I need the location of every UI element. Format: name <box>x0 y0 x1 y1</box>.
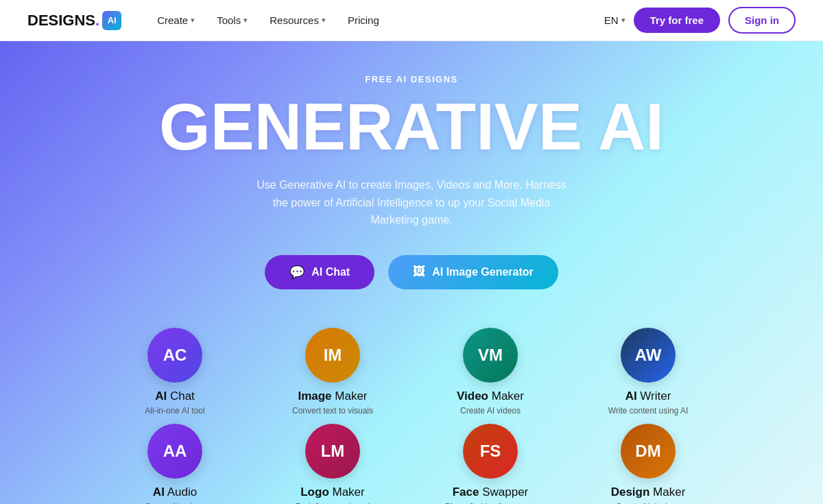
hero-buttons: 💬 AI Chat 🖼 AI Image Generator <box>265 255 558 289</box>
nav-pricing[interactable]: Pricing <box>339 10 387 30</box>
chevron-down-icon: ▾ <box>621 16 625 25</box>
ai-chat-button[interactable]: 💬 AI Chat <box>265 255 374 289</box>
tool-name-dm: Design Maker <box>611 485 686 499</box>
tool-name-aw: AI Writer <box>625 389 671 403</box>
hero-eyebrow: FREE AI DESIGNS <box>365 74 457 84</box>
tool-desc-aw: Write content using AI <box>608 406 689 416</box>
tool-desc-ac: All-in-one AI tool <box>145 406 204 416</box>
tool-avatar-vm: VM <box>463 328 518 383</box>
tool-item-dm[interactable]: DM Design Maker Create AI designs <box>580 424 717 504</box>
tool-name-vm: Video Maker <box>457 389 524 403</box>
tool-avatar-lm: LM <box>305 424 360 479</box>
image-icon: 🖼 <box>413 265 425 279</box>
header: DESIGNS. AI Create ▾ Tools ▾ Resources ▾… <box>0 0 823 41</box>
tool-avatar-ac: AC <box>147 328 202 383</box>
logo-text: DESIGNS. <box>27 12 99 29</box>
tool-name-im: Image Maker <box>298 389 367 403</box>
nav-create[interactable]: Create ▾ <box>149 10 203 30</box>
hero-section: FREE AI DESIGNS GENERATIVE AI Use Genera… <box>0 41 823 504</box>
tool-avatar-aw: AW <box>621 328 676 383</box>
tool-item-vm[interactable]: VM Video Maker Create AI videos <box>422 328 559 416</box>
tool-item-aw[interactable]: AW AI Writer Write content using AI <box>580 328 717 416</box>
nav-resources[interactable]: Resources ▾ <box>261 10 334 30</box>
tool-item-aa[interactable]: AA AI Audio Create AI voices <box>106 424 243 504</box>
chevron-down-icon: ▾ <box>243 16 248 25</box>
tool-name-ac: AI Chat <box>155 389 195 403</box>
tool-item-ac[interactable]: AC AI Chat All-in-one AI tool <box>106 328 243 416</box>
ai-image-generator-button[interactable]: 🖼 AI Image Generator <box>388 255 558 289</box>
tool-avatar-fs: FS <box>463 424 518 479</box>
tool-name-lm: Logo Maker <box>300 485 365 499</box>
tool-desc-im: Convert text to visuals <box>292 406 373 416</box>
logo[interactable]: DESIGNS. AI <box>27 11 121 30</box>
tool-desc-vm: Create AI videos <box>460 406 521 416</box>
tool-item-lm[interactable]: LM Logo Maker Redefine your brand <box>264 424 401 504</box>
main-nav: Create ▾ Tools ▾ Resources ▾ Pricing <box>149 10 604 30</box>
nav-tools[interactable]: Tools ▾ <box>208 10 256 30</box>
logo-icon: AI <box>102 11 121 30</box>
tool-avatar-dm: DM <box>621 424 676 479</box>
try-for-free-button[interactable]: Try for free <box>634 8 720 33</box>
hero-title: GENERATIVE AI <box>159 94 664 160</box>
tool-item-fs[interactable]: FS Face Swapper Photo & video face swap <box>422 424 559 504</box>
tool-name-aa: AI Audio <box>153 485 197 499</box>
tool-name-fs: Face Swapper <box>453 485 529 499</box>
sign-in-button[interactable]: Sign in <box>728 7 796 34</box>
chevron-down-icon: ▾ <box>322 16 326 25</box>
chevron-down-icon: ▾ <box>191 16 195 25</box>
tool-grid: AC AI Chat All-in-one AI tool IM Image M… <box>106 328 717 504</box>
tool-item-im[interactable]: IM Image Maker Convert text to visuals <box>264 328 401 416</box>
tool-avatar-aa: AA <box>147 424 202 479</box>
header-right: EN ▾ Try for free Sign in <box>604 7 796 34</box>
language-selector[interactable]: EN ▾ <box>604 14 625 26</box>
tool-avatar-im: IM <box>305 328 360 383</box>
hero-subtitle: Use Generative AI to create Images, Vide… <box>254 176 569 229</box>
chat-icon: 💬 <box>289 265 305 280</box>
